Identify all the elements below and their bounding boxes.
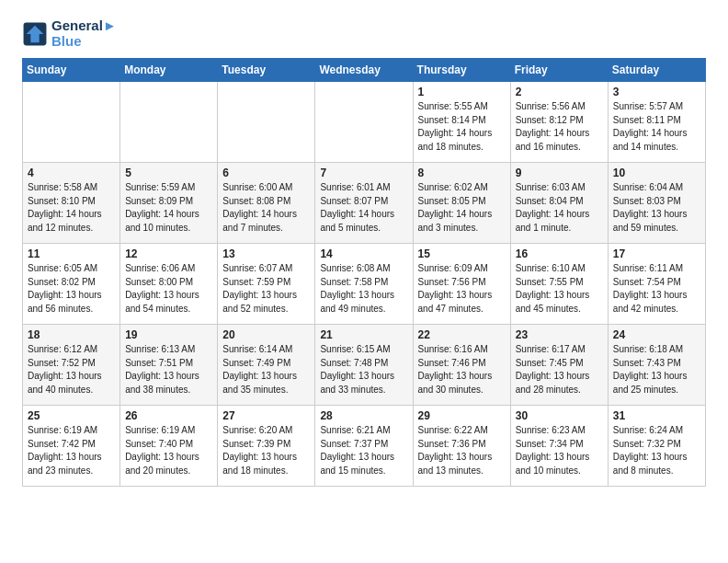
calendar-cell: 6 Sunrise: 6:00 AMSunset: 8:08 PMDayligh… (218, 163, 315, 244)
day-number: 28 (320, 409, 407, 422)
weekday-header-monday: Monday (120, 59, 218, 82)
calendar-cell (315, 82, 413, 163)
calendar-cell: 16 Sunrise: 6:10 AMSunset: 7:55 PMDaylig… (510, 244, 608, 325)
weekday-header-wednesday: Wednesday (315, 59, 413, 82)
day-number: 6 (222, 167, 310, 179)
day-number: 1 (418, 86, 506, 98)
day-detail: Sunrise: 5:56 AMSunset: 8:12 PMDaylight:… (516, 100, 603, 154)
day-number: 11 (28, 247, 115, 260)
day-detail: Sunrise: 6:19 AMSunset: 7:40 PMDaylight:… (125, 424, 212, 477)
calendar-cell: 10 Sunrise: 6:04 AMSunset: 8:03 PMDaylig… (608, 163, 705, 244)
calendar-cell (23, 82, 120, 163)
page-header: General► Blue (22, 18, 706, 49)
calendar-cell: 22 Sunrise: 6:16 AMSunset: 7:46 PMDaylig… (413, 325, 510, 406)
day-detail: Sunrise: 6:13 AMSunset: 7:51 PMDaylight:… (125, 343, 212, 396)
calendar-cell: 14 Sunrise: 6:08 AMSunset: 7:58 PMDaylig… (315, 244, 413, 325)
day-detail: Sunrise: 6:19 AMSunset: 7:42 PMDaylight:… (28, 424, 115, 477)
logo-text: General► Blue (51, 18, 117, 49)
calendar-cell: 19 Sunrise: 6:13 AMSunset: 7:51 PMDaylig… (120, 325, 218, 406)
weekday-header-saturday: Saturday (608, 59, 705, 82)
calendar-cell: 21 Sunrise: 6:15 AMSunset: 7:48 PMDaylig… (315, 325, 413, 406)
day-detail: Sunrise: 5:55 AMSunset: 8:14 PMDaylight:… (418, 100, 506, 154)
day-detail: Sunrise: 6:17 AMSunset: 7:45 PMDaylight:… (516, 343, 603, 396)
day-detail: Sunrise: 6:00 AMSunset: 8:08 PMDaylight:… (222, 181, 310, 235)
day-number: 5 (125, 167, 212, 179)
calendar-cell: 7 Sunrise: 6:01 AMSunset: 8:07 PMDayligh… (315, 163, 413, 244)
calendar-cell: 8 Sunrise: 6:02 AMSunset: 8:05 PMDayligh… (413, 163, 510, 244)
calendar-cell (218, 82, 315, 163)
day-detail: Sunrise: 6:16 AMSunset: 7:46 PMDaylight:… (418, 343, 506, 396)
day-number: 13 (222, 247, 310, 260)
calendar-cell (120, 82, 218, 163)
weekday-header-friday: Friday (510, 59, 608, 82)
day-number: 18 (28, 328, 115, 341)
calendar-cell: 27 Sunrise: 6:20 AMSunset: 7:39 PMDaylig… (218, 406, 315, 487)
calendar-cell: 29 Sunrise: 6:22 AMSunset: 7:36 PMDaylig… (413, 406, 510, 487)
day-number: 20 (222, 328, 310, 341)
logo: General► Blue (22, 18, 117, 49)
day-detail: Sunrise: 6:01 AMSunset: 8:07 PMDaylight:… (320, 181, 407, 235)
day-number: 10 (613, 167, 700, 179)
day-detail: Sunrise: 6:14 AMSunset: 7:49 PMDaylight:… (222, 343, 310, 396)
day-detail: Sunrise: 6:08 AMSunset: 7:58 PMDaylight:… (320, 262, 407, 316)
calendar-cell: 30 Sunrise: 6:23 AMSunset: 7:34 PMDaylig… (510, 406, 608, 487)
calendar-cell: 20 Sunrise: 6:14 AMSunset: 7:49 PMDaylig… (218, 325, 315, 406)
day-detail: Sunrise: 6:18 AMSunset: 7:43 PMDaylight:… (613, 343, 700, 396)
calendar-cell: 23 Sunrise: 6:17 AMSunset: 7:45 PMDaylig… (510, 325, 608, 406)
day-number: 19 (125, 328, 212, 341)
day-number: 8 (418, 167, 506, 179)
day-detail: Sunrise: 6:04 AMSunset: 8:03 PMDaylight:… (613, 181, 700, 235)
day-detail: Sunrise: 5:58 AMSunset: 8:10 PMDaylight:… (28, 181, 115, 235)
weekday-header-sunday: Sunday (23, 59, 120, 82)
day-detail: Sunrise: 6:21 AMSunset: 7:37 PMDaylight:… (320, 424, 407, 477)
day-detail: Sunrise: 6:05 AMSunset: 8:02 PMDaylight:… (28, 262, 115, 316)
day-detail: Sunrise: 6:06 AMSunset: 8:00 PMDaylight:… (125, 262, 212, 316)
day-number: 25 (28, 409, 115, 422)
day-number: 17 (613, 247, 700, 260)
day-number: 7 (320, 167, 407, 179)
day-detail: Sunrise: 6:07 AMSunset: 7:59 PMDaylight:… (222, 262, 310, 316)
day-detail: Sunrise: 6:15 AMSunset: 7:48 PMDaylight:… (320, 343, 407, 396)
logo-icon (22, 21, 48, 47)
day-number: 9 (516, 167, 603, 179)
day-detail: Sunrise: 6:11 AMSunset: 7:54 PMDaylight:… (613, 262, 700, 316)
calendar-week-4: 18 Sunrise: 6:12 AMSunset: 7:52 PMDaylig… (23, 325, 706, 406)
calendar-cell: 31 Sunrise: 6:24 AMSunset: 7:32 PMDaylig… (608, 406, 705, 487)
calendar-cell: 17 Sunrise: 6:11 AMSunset: 7:54 PMDaylig… (608, 244, 705, 325)
day-number: 21 (320, 328, 407, 341)
calendar-cell: 15 Sunrise: 6:09 AMSunset: 7:56 PMDaylig… (413, 244, 510, 325)
day-detail: Sunrise: 6:20 AMSunset: 7:39 PMDaylight:… (222, 424, 310, 477)
weekday-header-tuesday: Tuesday (218, 59, 315, 82)
calendar-cell: 12 Sunrise: 6:06 AMSunset: 8:00 PMDaylig… (120, 244, 218, 325)
calendar-cell: 9 Sunrise: 6:03 AMSunset: 8:04 PMDayligh… (510, 163, 608, 244)
day-number: 29 (418, 409, 506, 422)
day-number: 24 (613, 328, 700, 341)
calendar-cell: 5 Sunrise: 5:59 AMSunset: 8:09 PMDayligh… (120, 163, 218, 244)
day-detail: Sunrise: 6:23 AMSunset: 7:34 PMDaylight:… (516, 424, 603, 477)
day-number: 26 (125, 409, 212, 422)
day-number: 22 (418, 328, 506, 341)
day-detail: Sunrise: 6:12 AMSunset: 7:52 PMDaylight:… (28, 343, 115, 396)
calendar-cell: 26 Sunrise: 6:19 AMSunset: 7:40 PMDaylig… (120, 406, 218, 487)
day-detail: Sunrise: 5:59 AMSunset: 8:09 PMDaylight:… (125, 181, 212, 235)
day-detail: Sunrise: 6:22 AMSunset: 7:36 PMDaylight:… (418, 424, 506, 477)
day-number: 3 (613, 86, 700, 98)
calendar-cell: 11 Sunrise: 6:05 AMSunset: 8:02 PMDaylig… (23, 244, 120, 325)
weekday-header-thursday: Thursday (413, 59, 510, 82)
day-number: 23 (516, 328, 603, 341)
day-number: 27 (222, 409, 310, 422)
calendar-cell: 13 Sunrise: 6:07 AMSunset: 7:59 PMDaylig… (218, 244, 315, 325)
day-number: 30 (516, 409, 603, 422)
calendar-cell: 3 Sunrise: 5:57 AMSunset: 8:11 PMDayligh… (608, 82, 705, 163)
day-detail: Sunrise: 6:03 AMSunset: 8:04 PMDaylight:… (516, 181, 603, 235)
day-detail: Sunrise: 6:10 AMSunset: 7:55 PMDaylight:… (516, 262, 603, 316)
calendar-cell: 24 Sunrise: 6:18 AMSunset: 7:43 PMDaylig… (608, 325, 705, 406)
calendar-cell: 25 Sunrise: 6:19 AMSunset: 7:42 PMDaylig… (23, 406, 120, 487)
calendar-cell: 28 Sunrise: 6:21 AMSunset: 7:37 PMDaylig… (315, 406, 413, 487)
calendar-cell: 4 Sunrise: 5:58 AMSunset: 8:10 PMDayligh… (23, 163, 120, 244)
day-number: 16 (516, 247, 603, 260)
day-number: 4 (28, 167, 115, 179)
day-number: 14 (320, 247, 407, 260)
day-detail: Sunrise: 5:57 AMSunset: 8:11 PMDaylight:… (613, 100, 700, 154)
day-number: 12 (125, 247, 212, 260)
